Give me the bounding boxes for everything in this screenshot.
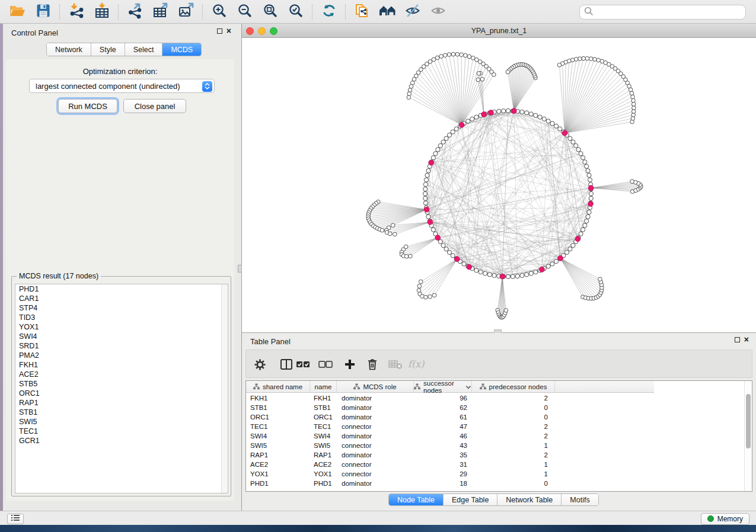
- table-row-ACE2[interactable]: ACE2ACE2connector311: [246, 460, 744, 469]
- criterion-selected-value: largest connected component (undirected): [36, 82, 180, 91]
- mcds-result-item[interactable]: FKH1: [15, 360, 228, 370]
- memory-button[interactable]: Memory: [701, 513, 749, 525]
- mcds-result-item[interactable]: TID3: [15, 313, 228, 322]
- table-settings-button[interactable]: [251, 356, 268, 373]
- mcds-result-item[interactable]: YOX1: [15, 322, 228, 332]
- mcds-result-item[interactable]: SWI4: [15, 332, 228, 341]
- eye-slash-icon: [405, 3, 421, 20]
- column-header-successor-nodes[interactable]: successor nodes: [414, 381, 472, 393]
- network-titlebar[interactable]: YPA_prune.txt_1: [242, 24, 756, 38]
- table-panel: Table Panel × f(x) shared namenameMCDS r…: [242, 333, 756, 511]
- table-scrollbar-thumb[interactable]: [746, 394, 751, 448]
- delete-columns-button[interactable]: [364, 356, 381, 373]
- show-all-button[interactable]: [426, 0, 451, 24]
- mcds-result-item[interactable]: STP4: [15, 303, 228, 313]
- cell-shared-name: TEC1: [246, 423, 310, 430]
- criterion-select[interactable]: largest connected component (undirected): [29, 79, 215, 93]
- mcds-list-scrollbar[interactable]: [221, 284, 228, 493]
- cell-name: FKH1: [310, 395, 337, 402]
- save-session-button[interactable]: [30, 0, 56, 24]
- open-file-button[interactable]: [5, 0, 30, 24]
- cell-name: STB1: [310, 404, 337, 411]
- mcds-result-item[interactable]: PHD1: [15, 284, 228, 294]
- refresh-button[interactable]: [316, 0, 342, 24]
- refresh-icon: [321, 3, 337, 20]
- table-row-RAP1[interactable]: RAP1RAP1dominator352: [246, 450, 744, 460]
- mcds-result-item[interactable]: CAR1: [15, 294, 228, 303]
- tab-edge-table[interactable]: Edge Table: [444, 494, 497, 505]
- float-panel-icon[interactable]: [217, 28, 222, 34]
- table-row-YOX1[interactable]: YOX1YOX1connector291: [246, 469, 744, 479]
- cell-name: YOX1: [310, 470, 337, 477]
- table-row-STB1[interactable]: STB1STB1dominator620: [246, 403, 744, 412]
- cell-predecessor-nodes: 0: [472, 414, 555, 421]
- table-row-SWI4[interactable]: SWI4SWI4dominator462: [246, 431, 744, 441]
- search-input[interactable]: [596, 8, 745, 17]
- tab-select[interactable]: Select: [125, 43, 163, 56]
- select-all-button[interactable]: [295, 356, 311, 373]
- tab-mcds[interactable]: MCDS: [162, 43, 201, 56]
- close-table-panel-icon[interactable]: ×: [744, 337, 749, 342]
- close-panel-button[interactable]: Close panel: [123, 99, 186, 113]
- network-graph[interactable]: [242, 38, 756, 333]
- table-panel-title: Table Panel: [250, 337, 291, 346]
- first-neighbors-button[interactable]: [375, 0, 400, 24]
- close-panel-icon[interactable]: ×: [227, 28, 231, 34]
- mcds-result-item[interactable]: PMA2: [15, 351, 228, 360]
- table-tabs: Node TableEdge TableNetwork TableMotifs: [388, 493, 599, 506]
- table-scrollbar[interactable]: [744, 381, 752, 491]
- tab-node-table[interactable]: Node Table: [389, 494, 444, 505]
- tab-network[interactable]: Network: [47, 43, 91, 56]
- unselect-all-button[interactable]: [317, 356, 334, 373]
- mcds-result-item[interactable]: GCR1: [15, 436, 228, 446]
- column-header-MCDS-role[interactable]: MCDS role: [337, 381, 414, 393]
- import-table-button[interactable]: [89, 0, 114, 24]
- cell-shared-name: ORC1: [246, 414, 310, 421]
- hide-selected-button[interactable]: [400, 0, 426, 24]
- table-row-SWI5[interactable]: SWI5SWI5connector431: [246, 441, 744, 450]
- table-row-TEC1[interactable]: TEC1TEC1connector472: [246, 422, 744, 431]
- table-row-FKH1[interactable]: FKH1FKH1dominator962: [246, 393, 744, 403]
- run-mcds-button[interactable]: Run MCDS: [58, 99, 117, 113]
- folder-icon: [9, 4, 26, 20]
- cell-name: RAP1: [310, 451, 337, 459]
- mcds-result-list[interactable]: PHD1CAR1STP4TID3YOX1SWI4SRD1PMA2FKH1ACE2…: [15, 284, 228, 493]
- import-network-button[interactable]: [63, 0, 89, 24]
- show-columns-button[interactable]: [278, 356, 295, 373]
- tab-motifs[interactable]: Motifs: [562, 494, 598, 505]
- create-column-button[interactable]: [342, 356, 358, 373]
- status-menu-button[interactable]: [7, 514, 24, 524]
- column-header-predecessor-nodes[interactable]: predecessor nodes: [472, 381, 555, 393]
- mcds-result-item[interactable]: STB1: [15, 408, 228, 417]
- cell-name: PHD1: [310, 480, 337, 487]
- column-header-shared-name[interactable]: shared name: [246, 381, 310, 393]
- select-spinner-icon: [202, 81, 212, 92]
- mcds-result-item[interactable]: STB5: [15, 379, 228, 389]
- duplicate-network-button[interactable]: [349, 0, 375, 24]
- export-image-button[interactable]: [173, 0, 199, 24]
- cell-MCDS-role: connector: [337, 470, 414, 477]
- mcds-result-item[interactable]: SRD1: [15, 341, 228, 351]
- mcds-result-item[interactable]: RAP1: [15, 398, 228, 408]
- mcds-result-item[interactable]: TEC1: [15, 427, 228, 436]
- vertical-splitter-handle[interactable]: [238, 265, 242, 273]
- tab-style[interactable]: Style: [91, 43, 125, 56]
- mcds-result-item[interactable]: SWI5: [15, 417, 228, 427]
- table-row-ORC1[interactable]: ORC1ORC1dominator610: [246, 412, 744, 422]
- zoom-out-button[interactable]: [232, 0, 257, 24]
- table-row-PHD1[interactable]: PHD1PHD1dominator180: [246, 479, 744, 488]
- zoom-in-button[interactable]: [206, 0, 232, 24]
- tab-network-table[interactable]: Network Table: [497, 494, 562, 505]
- zoom-fit-button[interactable]: [257, 0, 283, 24]
- column-header-name[interactable]: name: [310, 381, 337, 393]
- mcds-result-item[interactable]: ACE2: [15, 370, 228, 379]
- mcds-result-item[interactable]: ORC1: [15, 389, 228, 398]
- control-panel: Control Panel × NetworkStyleSelectMCDS O…: [3, 24, 237, 511]
- float-table-panel-icon[interactable]: [735, 337, 740, 342]
- zoom-selected-button[interactable]: [283, 0, 308, 24]
- export-table-button[interactable]: [148, 0, 173, 24]
- toolbar-separator: [118, 4, 119, 20]
- search-box[interactable]: [579, 5, 746, 20]
- network-canvas[interactable]: [242, 38, 756, 333]
- export-network-button[interactable]: [122, 0, 148, 24]
